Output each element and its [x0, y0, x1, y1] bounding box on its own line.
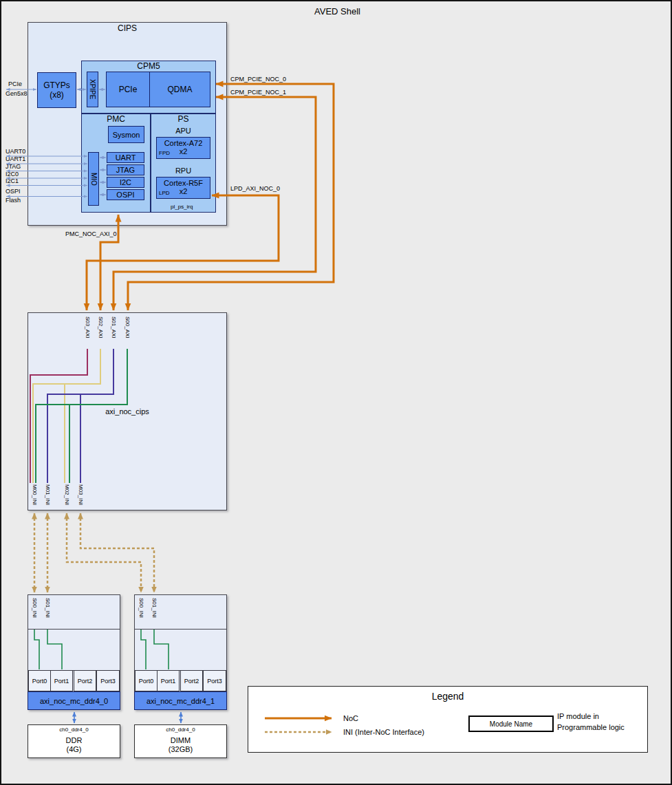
net-s03-m00: [30, 349, 87, 483]
wiring-layer: [1, 1, 672, 785]
aved-shell-canvas: AVED Shell CIPS GTYPs (x8) CPM5 XPIPE PC…: [0, 0, 672, 785]
ini-m03-wire: [80, 513, 154, 592]
mc0-net-s01-port1: [47, 630, 62, 669]
pmc-noc-axi-0-wire: [100, 215, 118, 310]
mc1-net-s00-port0: [141, 630, 146, 669]
cpm-pcie-noc-0-wire: [128, 84, 334, 310]
net-s02-m00: [33, 349, 100, 483]
mc0-net-s00-port0: [34, 630, 39, 669]
lpd-axi-noc-0-wire: [87, 195, 279, 310]
mc1-net-s01-port1: [154, 630, 169, 669]
cpm-pcie-noc-1-wire: [113, 97, 316, 310]
ini-m02-wire: [67, 513, 141, 592]
